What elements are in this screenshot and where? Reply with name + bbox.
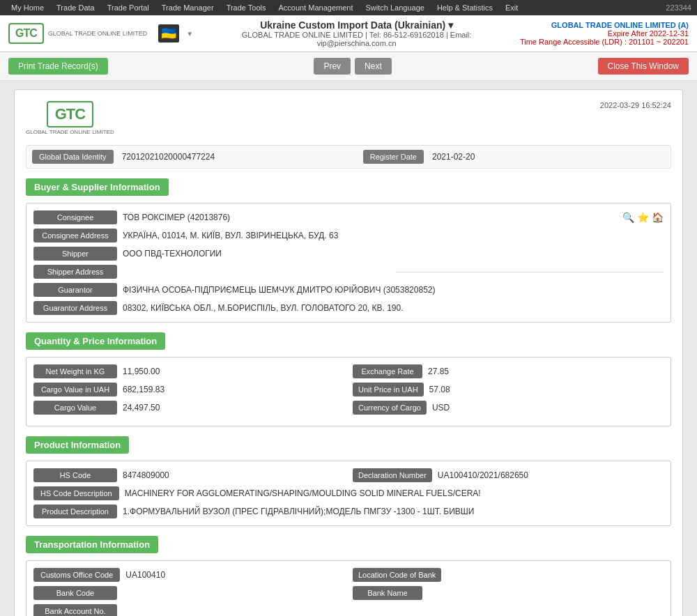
cargo-uah-label: Cargo Value in UAH [33, 383, 117, 396]
prev-button-top[interactable]: Prev [314, 58, 351, 75]
star-icon[interactable]: ⭐ [637, 212, 649, 223]
consignee-address-value: УКРАЇНА, 01014, М. КИЇВ, ВУЛ. ЗВІРИНЕЦЬК… [123, 231, 664, 240]
nav-my-home[interactable]: My Home [6, 2, 49, 13]
product-desc-value: 1.ФОРМУВАЛЬНИЙ ВУЗОЛ (ПРЕС ГІДРАВЛІЧНИЙ)… [123, 507, 664, 516]
consignee-value: ТОВ РОКСІМЕР (42013876) [123, 213, 611, 222]
consignee-label: Consignee [33, 210, 117, 224]
shipper-label: Shipper [33, 247, 117, 261]
bank-account-label: Bank Account No. [33, 604, 117, 616]
net-weight-group: Net Weight in KG 11,950.00 [33, 364, 344, 378]
guarantor-row: Guarantor ФІЗИЧНА ОСОБА-ПІДПРИЄМЕЦЬ ШЕМЧ… [33, 283, 664, 297]
consignee-address-row: Consignee Address УКРАЇНА, 01014, М. КИЇ… [33, 229, 664, 242]
currency-value: USD [432, 403, 664, 413]
guarantor-address-label: Guarantor Address [33, 301, 117, 315]
country-flag: 🇺🇦 [158, 24, 179, 43]
hs-desc-row: HS Code Description MACHINERY FOR AGGLOM… [33, 486, 664, 500]
global-data-identity-label: Global Data Identity [32, 150, 114, 164]
exchange-rate-value: 27.85 [428, 367, 664, 376]
unit-price-value: 57.08 [429, 385, 664, 394]
record-logo: GTC GLOBAL TRADE ONLINE LIMITED [26, 101, 114, 135]
nav-account-management[interactable]: Account Management [273, 2, 359, 13]
search-icon[interactable]: 🔍 [622, 212, 634, 223]
quantity-price-header: Quantity & Price Information [26, 332, 165, 350]
customs-office-label: Customs Office Code [33, 568, 120, 582]
top-toolbar: Print Trade Record(s) Prev Next Close Th… [0, 52, 697, 81]
main-content: GTC GLOBAL TRADE ONLINE LIMITED 2022-03-… [0, 81, 697, 616]
cargo-uah-group: Cargo Value in UAH 682,159.83 [33, 383, 344, 396]
guarantor-address-value: 08302, КИЇВСЬКА ОБЛ., М.БОРИСПІЛЬ, ВУЛ. … [123, 303, 664, 313]
register-date-label: Register Date [363, 150, 424, 164]
top-navigation: My Home Trade Data Trade Portal Trade Ma… [0, 0, 697, 15]
bank-code-label: Bank Code [33, 586, 117, 600]
buyer-supplier-header: Buyer & Supplier Information [26, 178, 169, 196]
nav-trade-portal[interactable]: Trade Portal [102, 2, 155, 13]
nav-help-statistics[interactable]: Help & Statistics [431, 2, 498, 13]
company-name-link[interactable]: GLOBAL TRADE ONLINE LIMITED (A) [551, 21, 689, 29]
quantity-price-body: Net Weight in KG 11,950.00 Exchange Rate… [26, 357, 671, 426]
flag-dropdown[interactable]: ▼ [186, 30, 193, 38]
bank-name-group: Bank Name [353, 586, 664, 600]
transport-section: Transportation Information Customs Offic… [26, 536, 671, 616]
shipper-value: ООО ПВД-ТЕХНОЛОГИИ [123, 249, 664, 259]
account-info: GLOBAL TRADE ONLINE LIMITED (A) Expire A… [520, 21, 689, 46]
site-header: GTC GLOBAL TRADE ONLINE LIMITED 🇺🇦 ▼ Ukr… [0, 15, 697, 52]
declaration-label: Declaration Number [353, 468, 432, 482]
unit-price-group: Unit Price in UAH 57.08 [353, 383, 664, 396]
home-icon[interactable]: 🏠 [652, 212, 664, 223]
buyer-supplier-section: Buyer & Supplier Information Consignee Т… [26, 178, 671, 323]
logo-area: GTC GLOBAL TRADE ONLINE LIMITED 🇺🇦 ▼ [8, 23, 193, 44]
global-data-identity-value: 72012021020000477224 [122, 152, 355, 162]
nav-switch-language[interactable]: Switch Language [360, 2, 430, 13]
record-header: GTC GLOBAL TRADE ONLINE LIMITED 2022-03-… [26, 101, 671, 135]
bank-name-label: Bank Name [353, 586, 422, 600]
consignee-icons: 🔍 ⭐ 🏠 [622, 212, 664, 223]
bank-code-group: Bank Code [33, 586, 344, 600]
next-button-top[interactable]: Next [355, 58, 392, 75]
page-title: Ukraine Custom Import Data (Ukrainian) ▾ [207, 20, 506, 31]
hs-code-value: 8474809000 [123, 470, 344, 480]
consignee-address-label: Consignee Address [33, 229, 117, 242]
page-title-area: Ukraine Custom Import Data (Ukrainian) ▾… [193, 20, 520, 47]
quantity-price-section: Quantity & Price Information Net Weight … [26, 332, 671, 426]
transport-header: Transportation Information [26, 536, 158, 553]
product-desc-row: Product Description 1.ФОРМУВАЛЬНИЙ ВУЗОЛ… [33, 505, 664, 518]
print-button-top[interactable]: Print Trade Record(s) [8, 58, 108, 75]
cargo-value-group: Cargo Value 24,497.50 [33, 401, 344, 415]
buyer-supplier-body: Consignee ТОВ РОКСІМЕР (42013876) 🔍 ⭐ 🏠 … [26, 203, 671, 323]
guarantor-value: ФІЗИЧНА ОСОБА-ПІДПРИЄМЕЦЬ ШЕМЧУК ДМИТРО … [123, 285, 664, 295]
hs-code-label: HS Code [33, 468, 117, 482]
site-logo: GTC [8, 23, 44, 44]
hs-desc-value: MACHINERY FOR AGGLOMERATING/SHAPING/MOUL… [125, 488, 664, 498]
transport-body: Customs Office Code UA100410 Location Co… [26, 560, 671, 616]
hs-code-group: HS Code 8474809000 [33, 468, 344, 482]
record-card: GTC GLOBAL TRADE ONLINE LIMITED 2022-03-… [14, 89, 683, 616]
product-section-header: Product Information [26, 436, 129, 454]
hs-desc-label: HS Code Description [33, 486, 119, 500]
currency-group: Currency of Cargo USD [353, 401, 664, 415]
shipper-address-label: Shipper Address [33, 265, 117, 279]
net-weight-label: Net Weight in KG [33, 364, 117, 378]
row-bank: Bank Code Bank Name [33, 586, 664, 600]
nav-trade-tools[interactable]: Trade Tools [221, 2, 272, 13]
guarantor-address-row: Guarantor Address 08302, КИЇВСЬКА ОБЛ., … [33, 301, 664, 315]
customs-office-group: Customs Office Code UA100410 [33, 568, 344, 582]
product-desc-label: Product Description [33, 505, 117, 518]
expire-date: Expire After 2022-12-31 [520, 29, 689, 38]
cargo-value-value: 24,497.50 [123, 403, 344, 413]
location-bank-group: Location Code of Bank [353, 568, 664, 582]
close-button-top[interactable]: Close This Window [598, 58, 689, 75]
row-cargo-currency: Cargo Value 24,497.50 Currency of Cargo … [33, 401, 664, 415]
consignee-row: Consignee ТОВ РОКСІМЕР (42013876) 🔍 ⭐ 🏠 [33, 210, 664, 224]
exchange-rate-label: Exchange Rate [353, 364, 422, 378]
shipper-row: Shipper ООО ПВД-ТЕХНОЛОГИИ [33, 247, 664, 261]
record-logo-sub: GLOBAL TRADE ONLINE LIMITED [26, 129, 114, 135]
product-section-body: HS Code 8474809000 Declaration Number UA… [26, 461, 671, 526]
nav-trade-manager[interactable]: Trade Manager [156, 2, 220, 13]
record-logo-img: GTC [47, 101, 93, 128]
guarantor-label: Guarantor [33, 283, 117, 297]
user-id: 223344 [666, 3, 691, 12]
declaration-value: UA100410/2021/682650 [438, 470, 664, 480]
nav-trade-data[interactable]: Trade Data [51, 2, 100, 13]
nav-exit[interactable]: Exit [500, 2, 523, 13]
row-net-exchange: Net Weight in KG 11,950.00 Exchange Rate… [33, 364, 664, 378]
